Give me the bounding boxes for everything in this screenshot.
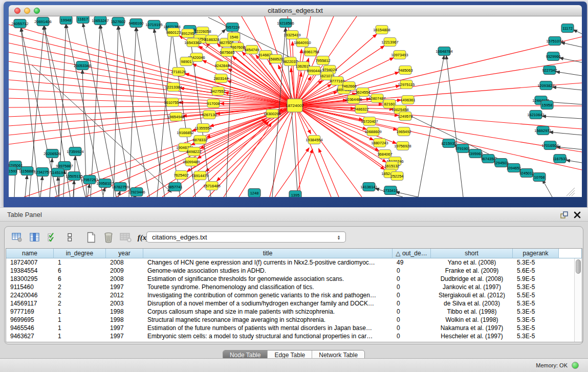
- network-node[interactable]: 9245012: [519, 169, 534, 178]
- network-node[interactable]: 1145194: [51, 168, 66, 177]
- network-node[interactable]: 7955812: [315, 56, 330, 65]
- memory-ok-led-icon[interactable]: [572, 362, 579, 369]
- network-node[interactable]: 20206526: [43, 149, 60, 158]
- delete-table-icon[interactable]: [118, 230, 134, 245]
- network-graph[interactable]: 2405571220691406199481161710653247152760…: [9, 16, 582, 197]
- network-node[interactable]: 9857741: [167, 183, 182, 191]
- table-row[interactable]: 911546021997Tourette syndrome. Phenomeno…: [6, 283, 582, 291]
- column-header-year[interactable]: year: [106, 249, 143, 258]
- network-node[interactable]: 19948: [60, 16, 72, 25]
- network-node[interactable]: 12213967: [381, 38, 398, 47]
- network-node[interactable]: 5875685: [220, 48, 234, 57]
- network-node[interactable]: 8454749: [244, 46, 259, 54]
- network-node[interactable]: 15751074: [546, 37, 563, 46]
- float-panel-icon[interactable]: [559, 210, 569, 220]
- network-node[interactable]: 8215935: [441, 139, 456, 148]
- network-node[interactable]: 16107554: [164, 98, 181, 107]
- network-node[interactable]: 16914479: [191, 171, 208, 180]
- network-node[interactable]: 19218586: [277, 19, 294, 28]
- close-panel-icon[interactable]: [573, 210, 582, 220]
- network-node[interactable]: 12213384: [165, 83, 182, 92]
- network-node[interactable]: 917008: [207, 99, 220, 108]
- network-node[interactable]: 16154808: [373, 26, 390, 34]
- network-node[interactable]: 9227342: [542, 66, 557, 75]
- network-node[interactable]: 1248: [248, 189, 260, 198]
- new-column-icon[interactable]: [83, 230, 99, 245]
- network-node[interactable]: 12342757: [34, 168, 51, 177]
- network-node[interactable]: 2803144: [213, 74, 228, 83]
- network-node[interactable]: 1546: [228, 33, 240, 41]
- network-node[interactable]: 20364486: [345, 95, 362, 104]
- resize-grip-icon[interactable]: [567, 188, 575, 196]
- network-node[interactable]: 20691406: [34, 17, 51, 26]
- network-node[interactable]: 11172: [561, 24, 574, 33]
- network-node[interactable]: 8498222: [186, 147, 201, 156]
- network-node[interactable]: 9267130: [202, 111, 216, 119]
- network-node[interactable]: 18640910: [294, 38, 311, 47]
- network-node[interactable]: 19166852: [177, 128, 193, 137]
- network-node[interactable]: 18724007: [286, 99, 304, 112]
- table-row[interactable]: 1938455462009Genome-wide association stu…: [6, 267, 582, 275]
- network-canvas[interactable]: 2405571220691406199481161710653247152760…: [9, 16, 582, 197]
- row-height-icon[interactable]: [62, 230, 77, 245]
- network-node[interactable]: 15692971: [534, 126, 551, 135]
- column-header-out_de[interactable]: △ out_de…: [393, 249, 431, 258]
- delete-column-icon[interactable]: [101, 230, 116, 245]
- column-header-pagerank[interactable]: pagerank: [513, 249, 559, 258]
- network-node[interactable]: 7462666: [341, 82, 356, 91]
- minimize-window-button[interactable]: [24, 8, 30, 14]
- network-node[interactable]: 12975115: [398, 80, 415, 89]
- network-node[interactable]: 10688609: [364, 127, 381, 136]
- network-node[interactable]: 16648784: [435, 47, 452, 56]
- network-node[interactable]: 1167533: [553, 155, 568, 163]
- network-node[interactable]: 9860123: [166, 28, 181, 37]
- network-node[interactable]: 7485063: [398, 66, 412, 75]
- network-node[interactable]: 1733416: [383, 186, 398, 195]
- column-header-name[interactable]: name: [6, 249, 54, 258]
- network-node[interactable]: 8878332: [192, 136, 207, 144]
- network-node[interactable]: 15958: [541, 101, 553, 110]
- network-node[interactable]: 6466160: [128, 19, 143, 28]
- network-node[interactable]: 7486322: [354, 105, 368, 114]
- network-node[interactable]: 252254: [390, 172, 403, 181]
- network-node[interactable]: 98901: [180, 57, 192, 66]
- network-node[interactable]: 1965492: [396, 127, 411, 136]
- network-node[interactable]: 2718126: [171, 68, 186, 76]
- network-node[interactable]: 16210643: [527, 111, 544, 119]
- network-node[interactable]: 11617: [77, 16, 89, 24]
- window-titlebar[interactable]: citations_edges.txt: [9, 5, 582, 16]
- network-node[interactable]: 10973493: [391, 51, 408, 59]
- network-node[interactable]: 8427552: [210, 87, 225, 96]
- close-window-button[interactable]: [14, 8, 20, 14]
- column-header-in_degree[interactable]: in_degree: [54, 249, 106, 258]
- table-row[interactable]: 977716911998Corpus callosum shape and si…: [6, 308, 582, 316]
- table-mode-icon[interactable]: [10, 230, 25, 245]
- network-node[interactable]: 20053346: [74, 61, 91, 70]
- network-node[interactable]: 19756928: [394, 142, 411, 150]
- network-node[interactable]: 17359924: [67, 147, 83, 156]
- network-node[interactable]: 7957224: [225, 23, 239, 32]
- network-node[interactable]: 16099489: [183, 158, 200, 166]
- network-node[interactable]: 10653247: [92, 16, 108, 25]
- network-node[interactable]: 16961758: [302, 48, 319, 56]
- network-node[interactable]: 12093827: [537, 81, 554, 90]
- network-node[interactable]: 1527602: [111, 17, 125, 26]
- network-node[interactable]: 1395: [289, 191, 301, 198]
- table-row[interactable]: 946554611997Estimation of the future num…: [6, 324, 582, 332]
- network-node[interactable]: 1249578: [398, 112, 412, 121]
- network-node[interactable]: 16782759: [112, 183, 128, 191]
- network-node[interactable]: 1588520: [268, 55, 283, 63]
- column-header-title[interactable]: title: [143, 249, 393, 258]
- network-node[interactable]: 11355554: [195, 124, 212, 133]
- network-node[interactable]: 18807243: [371, 139, 388, 147]
- network-node[interactable]: 17016504: [541, 141, 558, 150]
- network-node[interactable]: 16543362: [184, 38, 201, 47]
- table-scrollbar[interactable]: [574, 258, 582, 342]
- network-node[interactable]: 15720407: [361, 117, 378, 126]
- table-row[interactable]: 969969511998Structural magnetic resonanc…: [6, 316, 582, 324]
- select-rows-icon[interactable]: [45, 230, 60, 245]
- network-node[interactable]: 14136141: [360, 183, 377, 191]
- network-node[interactable]: 11156889: [19, 167, 35, 176]
- network-node[interactable]: 7625402: [173, 171, 188, 180]
- network-node[interactable]: 391593: [9, 167, 17, 176]
